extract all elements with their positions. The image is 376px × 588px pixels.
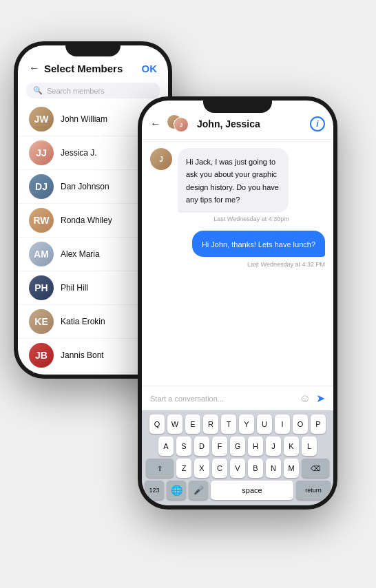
- keyboard-key[interactable]: H: [248, 437, 263, 456]
- keyboard-bottom-row: 123🌐🎤spacereturn: [145, 481, 331, 500]
- search-icon: 🔍: [33, 86, 43, 95]
- space-key[interactable]: space: [211, 481, 293, 500]
- chat-avatars: J J: [167, 114, 191, 134]
- message-bubble: Hi Jack, I was just going to ask you abo…: [178, 148, 289, 213]
- keyboard-row: QWERTYUIOP: [145, 414, 331, 434]
- member-name: Jessica J.: [61, 148, 97, 158]
- member-avatar: PH: [29, 275, 54, 300]
- chat-input-area: Start a conversation... ☺ ➤: [142, 386, 333, 410]
- send-button[interactable]: ➤: [316, 392, 325, 405]
- screen-title: Select Members: [44, 63, 123, 74]
- keyboard-row-3: ⇧ZXCVBNM⌫: [145, 459, 331, 478]
- member-name: John William: [61, 114, 107, 124]
- phone2-screen: ← J J John, Jessica i J Hi Jack, I was j…: [142, 101, 333, 505]
- mic-key[interactable]: 🎤: [189, 481, 208, 500]
- phone1-notch: [65, 45, 121, 56]
- keyboard-key[interactable]: Q: [149, 414, 165, 434]
- search-placeholder: Search members: [47, 87, 105, 95]
- member-avatar: JJ: [29, 140, 54, 165]
- member-name: Alex Maria: [61, 249, 100, 259]
- message-bubble: Hi John, thanks! Lets have lunch?: [192, 231, 325, 257]
- phone2-notch: [203, 101, 272, 113]
- keyboard-key[interactable]: G: [230, 437, 245, 456]
- keyboard-key[interactable]: L: [302, 437, 317, 456]
- member-avatar: KE: [29, 309, 54, 334]
- keyboard-key[interactable]: R: [203, 414, 218, 434]
- emoji-button[interactable]: ☺: [300, 392, 311, 405]
- keyboard-key[interactable]: D: [194, 437, 209, 456]
- member-name: Katia Erokin: [61, 317, 105, 326]
- message-text: Hi Jack, I was just going to ask you abo…: [186, 158, 279, 204]
- select-header: ← Select Members OK: [18, 59, 168, 80]
- chat-avatar-2: J: [174, 117, 189, 132]
- search-bar[interactable]: 🔍 Search members: [26, 83, 160, 98]
- keyboard-key[interactable]: U: [257, 414, 272, 434]
- ok-button[interactable]: OK: [142, 63, 158, 74]
- delete-key[interactable]: ⌫: [302, 459, 329, 478]
- keyboard-key[interactable]: J: [266, 437, 281, 456]
- keyboard-key[interactable]: E: [185, 414, 200, 434]
- keyboard-key[interactable]: V: [230, 459, 245, 478]
- keyboard-key[interactable]: Z: [176, 459, 191, 478]
- keyboard-key[interactable]: T: [221, 414, 236, 434]
- member-avatar: RW: [29, 208, 54, 233]
- member-avatar: JW: [29, 107, 54, 132]
- keyboard-key[interactable]: W: [167, 414, 182, 434]
- phone2-shell: ← J J John, Jessica i J Hi Jack, I was j…: [138, 96, 337, 510]
- message-received: J Hi Jack, I was just going to ask you a…: [150, 148, 325, 222]
- info-button[interactable]: i: [310, 116, 325, 132]
- return-key[interactable]: return: [296, 481, 331, 500]
- keyboard-key[interactable]: N: [266, 459, 281, 478]
- member-name: Phil Hill: [61, 283, 88, 293]
- keyboard-key[interactable]: B: [248, 459, 263, 478]
- keyboard[interactable]: QWERTYUIOPASDFGHJKL⇧ZXCVBNM⌫123🌐🎤spacere…: [142, 410, 333, 505]
- chat-back-button[interactable]: ←: [150, 118, 161, 130]
- message-text: Hi John, thanks! Lets have lunch?: [202, 240, 315, 249]
- chat-messages: J Hi Jack, I was just going to ask you a…: [142, 140, 333, 386]
- member-avatar: DJ: [29, 174, 54, 199]
- back-button[interactable]: ←: [29, 62, 40, 74]
- member-avatar: AM: [29, 242, 54, 266]
- keyboard-key[interactable]: X: [194, 459, 209, 478]
- keyboard-key[interactable]: I: [275, 414, 290, 434]
- member-name: Ronda Whiley: [61, 216, 112, 225]
- sender-avatar: J: [150, 148, 172, 170]
- member-avatar: JB: [29, 343, 54, 368]
- numbers-key[interactable]: 123: [145, 481, 164, 500]
- chat-screen: ← J J John, Jessica i J Hi Jack, I was j…: [142, 101, 333, 505]
- keyboard-key[interactable]: F: [212, 437, 227, 456]
- message-input[interactable]: Start a conversation...: [150, 395, 294, 403]
- chat-title: John, Jessica: [197, 118, 304, 129]
- keyboard-key[interactable]: O: [293, 414, 308, 434]
- message-time: Last Wednesday at 4:30pm: [178, 216, 325, 222]
- keyboard-key[interactable]: Y: [239, 414, 254, 434]
- keyboard-key[interactable]: C: [212, 459, 227, 478]
- keyboard-key[interactable]: S: [176, 437, 191, 456]
- globe-key[interactable]: 🌐: [167, 481, 186, 500]
- keyboard-key[interactable]: K: [284, 437, 299, 456]
- message-time: Last Wednesday at 4:32 PM: [247, 261, 325, 268]
- member-name: Dan Johnson: [61, 182, 109, 191]
- keyboard-row: ASDFGHJKL: [145, 437, 331, 456]
- keyboard-key[interactable]: A: [158, 437, 174, 456]
- message-sent: Hi John, thanks! Lets have lunch? Last W…: [150, 231, 325, 268]
- member-name: Jannis Bont: [61, 350, 104, 360]
- keyboard-key[interactable]: M: [284, 459, 299, 478]
- keyboard-key[interactable]: P: [311, 414, 326, 434]
- shift-key[interactable]: ⇧: [146, 459, 174, 478]
